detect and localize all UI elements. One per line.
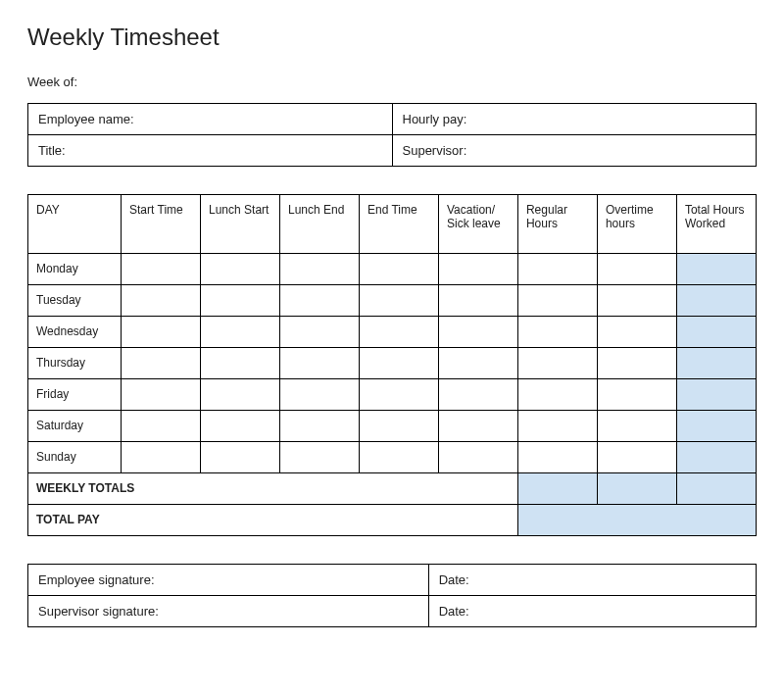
- header-day: DAY: [28, 195, 122, 254]
- cell-total-hours[interactable]: [676, 254, 756, 285]
- cell-lunch-start[interactable]: [201, 442, 280, 473]
- cell-end-time[interactable]: [359, 379, 438, 411]
- cell-vacation-sick[interactable]: [438, 442, 517, 473]
- cell-lunch-end[interactable]: [280, 348, 360, 379]
- weekly-totals-label: WEEKLY TOTALS: [28, 473, 518, 505]
- cell-lunch-end[interactable]: [280, 317, 360, 348]
- cell-start-time[interactable]: [122, 348, 201, 379]
- cell-lunch-start[interactable]: [201, 411, 280, 442]
- cell-end-time[interactable]: [359, 348, 438, 379]
- cell-vacation-sick[interactable]: [438, 285, 517, 317]
- cell-end-time[interactable]: [359, 254, 438, 285]
- row-thursday: Thursday: [28, 348, 757, 379]
- employee-info-table: Employee name: Hourly pay: Title: Superv…: [27, 103, 757, 167]
- row-total-pay: TOTAL PAY: [28, 505, 757, 536]
- cell-end-time[interactable]: [359, 442, 438, 473]
- title-cell[interactable]: Title:: [28, 135, 393, 167]
- cell-lunch-start[interactable]: [201, 254, 280, 285]
- cell-regular-hours[interactable]: [517, 317, 597, 348]
- cell-overtime-hours[interactable]: [597, 254, 676, 285]
- cell-vacation-sick[interactable]: [438, 317, 517, 348]
- header-lunch-start: Lunch Start: [201, 195, 280, 254]
- row-tuesday: Tuesday: [28, 285, 757, 317]
- cell-lunch-end[interactable]: [280, 442, 360, 473]
- row-saturday: Saturday: [28, 411, 757, 442]
- cell-start-time[interactable]: [122, 285, 201, 317]
- row-weekly-totals: WEEKLY TOTALS: [28, 473, 757, 505]
- cell-overtime-hours[interactable]: [597, 317, 676, 348]
- cell-vacation-sick[interactable]: [438, 379, 517, 411]
- cell-overtime-hours[interactable]: [597, 379, 676, 411]
- header-row: DAY Start Time Lunch Start Lunch End End…: [28, 195, 757, 254]
- cell-vacation-sick[interactable]: [438, 348, 517, 379]
- day-label: Friday: [28, 379, 122, 411]
- total-pay-label: TOTAL PAY: [28, 505, 518, 536]
- cell-lunch-start[interactable]: [201, 285, 280, 317]
- weekly-total-overtime[interactable]: [597, 473, 676, 505]
- cell-start-time[interactable]: [122, 442, 201, 473]
- day-label: Saturday: [28, 411, 122, 442]
- header-vacation-sick: Vacation/ Sick leave: [438, 195, 517, 254]
- row-sunday: Sunday: [28, 442, 757, 473]
- cell-regular-hours[interactable]: [517, 254, 597, 285]
- cell-lunch-end[interactable]: [280, 411, 360, 442]
- cell-total-hours[interactable]: [676, 379, 756, 411]
- cell-total-hours[interactable]: [676, 317, 756, 348]
- cell-total-hours[interactable]: [676, 348, 756, 379]
- supervisor-cell[interactable]: Supervisor:: [392, 135, 757, 167]
- day-label: Monday: [28, 254, 122, 285]
- cell-start-time[interactable]: [122, 254, 201, 285]
- header-overtime-hours: Overtime hours: [597, 195, 676, 254]
- supervisor-date-cell[interactable]: Date:: [428, 596, 756, 627]
- weekly-total-hours[interactable]: [676, 473, 756, 505]
- cell-lunch-end[interactable]: [280, 379, 360, 411]
- cell-regular-hours[interactable]: [517, 285, 597, 317]
- cell-end-time[interactable]: [359, 285, 438, 317]
- cell-lunch-end[interactable]: [280, 285, 360, 317]
- week-of-label: Week of:: [27, 74, 757, 89]
- cell-start-time[interactable]: [122, 411, 201, 442]
- cell-regular-hours[interactable]: [517, 379, 597, 411]
- day-label: Wednesday: [28, 317, 122, 348]
- cell-end-time[interactable]: [359, 411, 438, 442]
- row-monday: Monday: [28, 254, 757, 285]
- cell-lunch-end[interactable]: [280, 254, 360, 285]
- total-pay-value[interactable]: [517, 505, 756, 536]
- employee-name-cell[interactable]: Employee name:: [28, 104, 393, 135]
- supervisor-signature-cell[interactable]: Supervisor signature:: [28, 596, 429, 627]
- cell-start-time[interactable]: [122, 379, 201, 411]
- day-label: Tuesday: [28, 285, 122, 317]
- cell-regular-hours[interactable]: [517, 442, 597, 473]
- row-wednesday: Wednesday: [28, 317, 757, 348]
- weekly-total-regular[interactable]: [517, 473, 597, 505]
- cell-lunch-start[interactable]: [201, 348, 280, 379]
- header-total-hours: Total Hours Worked: [676, 195, 756, 254]
- cell-overtime-hours[interactable]: [597, 348, 676, 379]
- cell-start-time[interactable]: [122, 317, 201, 348]
- cell-vacation-sick[interactable]: [438, 254, 517, 285]
- page-title: Weekly Timesheet: [27, 24, 757, 51]
- hourly-pay-cell[interactable]: Hourly pay:: [392, 104, 757, 135]
- cell-vacation-sick[interactable]: [438, 411, 517, 442]
- employee-signature-cell[interactable]: Employee signature:: [28, 565, 429, 596]
- signature-table: Employee signature: Date: Supervisor sig…: [27, 564, 757, 627]
- timesheet-table: DAY Start Time Lunch Start Lunch End End…: [27, 194, 757, 536]
- cell-lunch-start[interactable]: [201, 317, 280, 348]
- cell-lunch-start[interactable]: [201, 379, 280, 411]
- cell-total-hours[interactable]: [676, 285, 756, 317]
- header-regular-hours: Regular Hours: [517, 195, 597, 254]
- day-label: Sunday: [28, 442, 122, 473]
- row-friday: Friday: [28, 379, 757, 411]
- day-label: Thursday: [28, 348, 122, 379]
- header-start-time: Start Time: [122, 195, 201, 254]
- cell-total-hours[interactable]: [676, 411, 756, 442]
- cell-overtime-hours[interactable]: [597, 285, 676, 317]
- cell-end-time[interactable]: [359, 317, 438, 348]
- cell-regular-hours[interactable]: [517, 411, 597, 442]
- cell-overtime-hours[interactable]: [597, 411, 676, 442]
- cell-overtime-hours[interactable]: [597, 442, 676, 473]
- header-end-time: End Time: [359, 195, 438, 254]
- employee-date-cell[interactable]: Date:: [428, 565, 756, 596]
- cell-regular-hours[interactable]: [517, 348, 597, 379]
- cell-total-hours[interactable]: [676, 442, 756, 473]
